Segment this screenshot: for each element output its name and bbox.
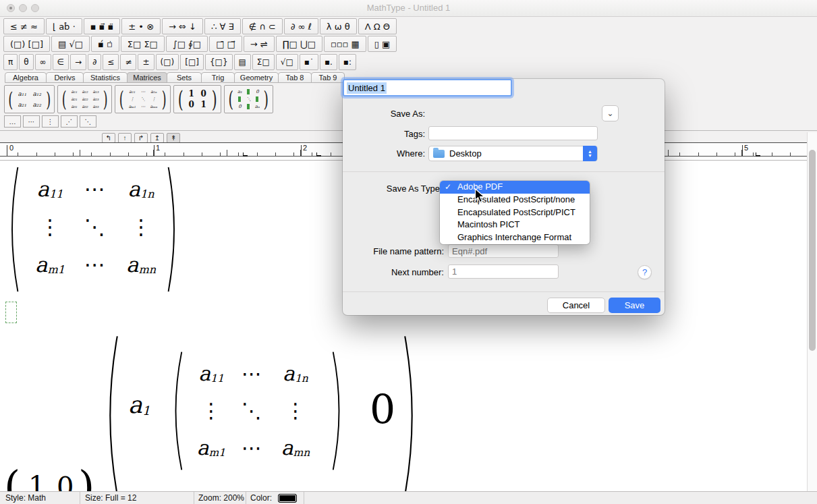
- brace-template-button[interactable]: {□}: [205, 54, 233, 70]
- sum-template-button[interactable]: Σ□: [252, 54, 275, 70]
- tab-derivs[interactable]: Derivs: [46, 72, 84, 83]
- expand-dialog-button[interactable]: ⌄: [602, 105, 619, 121]
- tab-equal-button[interactable]: ↥: [150, 133, 164, 143]
- matrix-eq1: a11 ⋯ a1n ⋮ ⋱ ⋮ am1 ⋯ amn: [26, 170, 167, 283]
- relational-symbols-button[interactable]: ≤ ≠ ≈: [3, 18, 45, 34]
- tab-statistics[interactable]: Statistics: [83, 72, 128, 83]
- status-style[interactable]: Style: Math: [5, 493, 46, 503]
- status-size[interactable]: Size: Full = 12: [85, 493, 136, 503]
- overbar-templates-button[interactable]: □̄ □⃗: [209, 36, 242, 52]
- cancel-button[interactable]: Cancel: [547, 298, 605, 313]
- diagonal-matrix-template-button[interactable]: ( a₁0 ⋱ 0aₙ ): [224, 85, 273, 113]
- selected-filename-text: Untitled 1: [347, 82, 387, 94]
- menu-item-gif[interactable]: Graphics Interchange Format: [440, 231, 590, 244]
- file-name-pattern-label: File name pattern:: [343, 246, 444, 256]
- right-arrow-button[interactable]: →: [70, 54, 86, 70]
- fraction-radical-templates-button[interactable]: ▤ √□: [51, 36, 90, 52]
- status-zoom[interactable]: Zoom: 200%: [198, 493, 244, 503]
- matrix-templates-button[interactable]: ▫▫▫ ▦: [324, 36, 366, 52]
- color-swatch[interactable]: [278, 494, 297, 503]
- infinity-button[interactable]: ∞: [35, 54, 51, 70]
- green-placeholder: [247, 89, 250, 94]
- fraction-template-button[interactable]: ▤: [234, 54, 251, 70]
- vertical-ellipsis-button[interactable]: ⋮: [42, 115, 59, 128]
- less-equal-button[interactable]: ≤: [103, 54, 119, 70]
- tab-left-button[interactable]: ↰: [102, 133, 115, 143]
- subscript-button[interactable]: ▪.: [320, 54, 337, 70]
- tab-9[interactable]: Tab 9: [311, 72, 345, 83]
- tab-trig[interactable]: Trig: [201, 72, 235, 83]
- menu-item-macintosh-pict[interactable]: Macintosh PICT: [440, 219, 590, 231]
- tab-right-button[interactable]: ↱: [134, 133, 148, 143]
- tab-matrices[interactable]: Matrices: [127, 72, 167, 83]
- tab-decimal-button[interactable]: ↟: [167, 133, 180, 143]
- help-button[interactable]: ?: [638, 265, 652, 279]
- sub-superscript-button[interactable]: ▪:: [339, 54, 356, 70]
- partial-right-paren: ): [78, 461, 94, 491]
- save-as-type-label: Save As Type: [343, 184, 440, 194]
- element-of-button[interactable]: ∈: [53, 54, 69, 70]
- product-union-templates-button[interactable]: ∏□ ⋃□: [276, 36, 322, 52]
- green-placeholder: [256, 96, 258, 102]
- theta-button[interactable]: θ: [19, 54, 33, 70]
- next-number-input[interactable]: [448, 264, 559, 279]
- misc-symbols-button[interactable]: ∂ ∞ ℓ: [284, 18, 318, 34]
- box-templates-button[interactable]: ▯ ▣: [368, 36, 397, 52]
- paren-template-button[interactable]: (□): [156, 54, 179, 70]
- outer-left-paren: [101, 335, 120, 491]
- sqrt-template-button[interactable]: √□: [276, 54, 298, 70]
- greek-lowercase-button[interactable]: λ ω θ: [320, 18, 357, 34]
- empty-slot-placeholder[interactable]: [5, 302, 17, 323]
- low-ellipsis-button[interactable]: …: [4, 115, 21, 128]
- menu-item-adobe-pdf[interactable]: ✓ Adobe PDF: [440, 181, 590, 194]
- where-label: Where:: [363, 148, 425, 159]
- integral-templates-button[interactable]: ∫□ ∮□: [166, 36, 208, 52]
- not-equal-button[interactable]: ≠: [120, 54, 136, 70]
- up-diagonal-ellipsis-button[interactable]: ⋰: [61, 115, 78, 128]
- file-name-pattern-input[interactable]: [448, 244, 559, 258]
- plus-minus-button[interactable]: ±: [138, 54, 154, 70]
- greek-uppercase-button[interactable]: Λ Ω Θ: [358, 18, 397, 34]
- popup-stepper-icon: ▲ ▼: [583, 146, 597, 161]
- tab-sets[interactable]: Sets: [167, 72, 202, 83]
- identity-matrix-template-button[interactable]: ( 10 01 ): [173, 85, 221, 113]
- matrix-mxn-dots-template-button[interactable]: ( a₁₁⋯a₁ₙ ⋮⋱⋮ aₘ₁⋯aₘₙ ): [115, 85, 171, 113]
- save-as-input[interactable]: Untitled 1: [343, 79, 512, 96]
- matrix-3x3-template-button[interactable]: ( a₁₁a₁₂a₁₃ a₂₁a₂₂a₂₃ a₃₁a₃₂a₃₃ ): [57, 85, 112, 113]
- embellishments-button[interactable]: ⌊ ab̂ ⋅: [46, 18, 82, 34]
- save-dialog: Save As: Untitled 1 ⌄ Tags: Where: Deskt…: [343, 79, 665, 315]
- bracket-template-button[interactable]: [□]: [180, 54, 204, 70]
- outer-right-paren: [402, 335, 421, 491]
- title-bar: MathType - Untitled 1: [0, 0, 817, 17]
- vertical-scrollbar[interactable]: [807, 132, 817, 491]
- matrices-palette: ( a₁₁a₁₂ a₂₁a₂₂ ) ( a₁₁a₁₂a₁₃ a₂₁a₂₂a₂₃ …: [0, 83, 378, 130]
- where-popup[interactable]: Desktop ▲ ▼: [428, 146, 598, 161]
- arrow-symbols-button[interactable]: → ⇔ ↓: [162, 18, 203, 34]
- down-diagonal-ellipsis-button[interactable]: ⋱: [80, 115, 96, 128]
- subscript-superscript-templates-button[interactable]: ▪́ ▫̇: [91, 36, 119, 52]
- arrow-templates-button[interactable]: → ⇌: [244, 36, 275, 52]
- menu-item-eps-none[interactable]: Encapsulated PostScript/none: [440, 194, 590, 206]
- center-ellipsis-button[interactable]: ⋯: [23, 115, 40, 128]
- ruler-mark-1: 1: [156, 144, 160, 152]
- tags-input[interactable]: [428, 126, 598, 140]
- tab-geometry[interactable]: Geometry: [234, 72, 279, 83]
- logic-symbols-button[interactable]: ∴ ∀ ∃: [204, 18, 241, 34]
- matrix-2x2-template-button[interactable]: ( a₁₁a₁₂ a₂₁a₂₂ ): [4, 85, 55, 113]
- tab-center-button[interactable]: ↑: [118, 133, 132, 143]
- menu-item-eps-pict[interactable]: Encapsulated PostScript/PICT: [440, 206, 590, 219]
- template-toolbar-row2: (□) [□] ▤ √□ ▪́ ▫̇ Σ□ Σ□ ∫□ ∮□ □̄ □⃗ → ⇌…: [3, 36, 397, 52]
- scrollbar-thumb[interactable]: [809, 150, 816, 351]
- tab-algebra[interactable]: Algebra: [5, 72, 47, 83]
- save-button[interactable]: Save: [609, 298, 660, 313]
- fence-templates-button[interactable]: (□) [□]: [3, 36, 50, 52]
- partial-button[interactable]: ∂: [88, 54, 101, 70]
- tab-8[interactable]: Tab 8: [278, 72, 312, 83]
- pi-button[interactable]: π: [3, 54, 18, 70]
- superscript-button[interactable]: ▪˙: [300, 54, 318, 70]
- set-theory-symbols-button[interactable]: ∉ ∩ ⊂: [242, 18, 283, 34]
- operator-symbols-button[interactable]: ± • ⊗: [121, 18, 161, 34]
- ruler-mark-5: 5: [744, 144, 748, 152]
- spacing-symbols-button[interactable]: ▪ ▪⃗ ▪̈: [84, 18, 121, 34]
- summation-templates-button[interactable]: Σ□ Σ□: [121, 36, 165, 52]
